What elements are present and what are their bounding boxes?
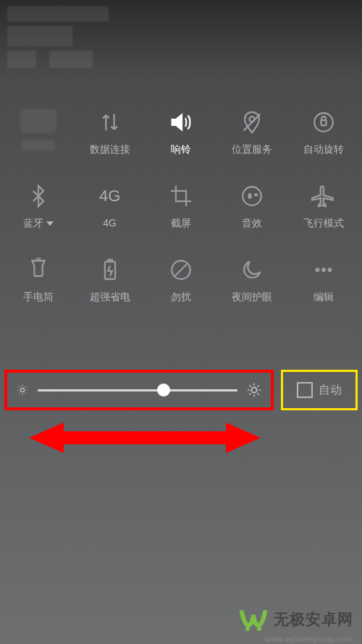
- sound-effect-icon: [238, 182, 266, 210]
- auto-label: 自动: [319, 383, 342, 398]
- tile-night-mode[interactable]: 夜间护眼: [216, 256, 287, 304]
- svg-rect-3: [321, 120, 326, 125]
- tile-label: 自动旋转: [303, 143, 344, 156]
- tile-location[interactable]: 位置服务: [216, 109, 287, 156]
- crop-icon: [167, 182, 195, 210]
- svg-point-10: [322, 268, 326, 272]
- tile-airplane[interactable]: 飞行模式: [288, 182, 359, 230]
- airplane-icon: [310, 182, 337, 210]
- tile-label: 数据连接: [90, 143, 130, 156]
- svg-line-8: [174, 264, 187, 276]
- svg-marker-14: [29, 423, 261, 453]
- bluetooth-icon: [25, 182, 52, 210]
- watermark-url: www.wjhotelgroup.com: [265, 635, 354, 643]
- tile-screenshot[interactable]: 截屏: [146, 182, 216, 230]
- tile-ring[interactable]: 响铃: [146, 109, 216, 156]
- svg-point-13: [251, 387, 256, 392]
- svg-point-2: [314, 113, 333, 132]
- tile-autorotate[interactable]: 自动旋转: [288, 109, 359, 156]
- 4g-icon: 4G: [96, 182, 124, 210]
- tile-label: 4G: [103, 217, 117, 229]
- watermark-logo-icon: [239, 605, 268, 634]
- more-dots-icon: [310, 256, 337, 284]
- tile-label: 蓝牙: [23, 217, 54, 230]
- tile-data-connection[interactable]: 数据连接: [74, 109, 145, 156]
- svg-point-16: [257, 627, 261, 631]
- tile-edit[interactable]: 编辑: [288, 256, 359, 304]
- moon-icon: [238, 256, 266, 284]
- battery-charge-icon: [96, 256, 124, 284]
- sun-small-icon: [16, 384, 29, 397]
- brightness-slider-annotated[interactable]: [4, 370, 274, 410]
- sun-large-icon: [246, 382, 262, 398]
- tile-label: 勿扰: [171, 291, 191, 304]
- svg-rect-6: [108, 260, 112, 262]
- chevron-down-icon: [46, 221, 54, 226]
- tile-flashlight[interactable]: 手电筒: [3, 256, 74, 304]
- tile-sound-effect[interactable]: 音效: [216, 182, 287, 230]
- tile-label: 位置服务: [232, 143, 272, 156]
- tile-bluetooth[interactable]: 蓝牙: [3, 182, 74, 230]
- watermark-text: 无极安卓网: [274, 609, 353, 630]
- svg-point-12: [20, 388, 24, 391]
- data-arrows-icon: [96, 109, 124, 136]
- brightness-thumb[interactable]: [157, 384, 170, 397]
- topo-background: [0, 0, 362, 644]
- tile-label: 音效: [242, 217, 262, 230]
- dnd-icon: [167, 256, 195, 284]
- tile-obscured-1[interactable]: [3, 109, 74, 156]
- svg-point-15: [245, 627, 250, 631]
- tile-label: 飞行模式: [303, 217, 344, 230]
- tile-label: 夜间护眼: [232, 291, 272, 304]
- brightness-track[interactable]: [38, 389, 237, 391]
- tile-label: 超强省电: [90, 291, 130, 304]
- rotate-lock-icon: [310, 109, 337, 136]
- annotation-double-arrow: [29, 420, 261, 456]
- svg-point-11: [328, 268, 332, 272]
- auto-checkbox[interactable]: [297, 382, 313, 398]
- tile-label: 编辑: [313, 291, 334, 304]
- location-off-icon: [238, 109, 266, 136]
- flashlight-icon: [25, 256, 52, 284]
- tile-dnd[interactable]: 勿扰: [146, 256, 216, 304]
- tile-powersave[interactable]: 超强省电: [74, 256, 145, 304]
- tile-label: 响铃: [171, 143, 191, 156]
- watermark: 无极安卓网 www.wjhotelgroup.com: [239, 605, 353, 634]
- tile-label: 手电筒: [23, 291, 54, 304]
- quick-settings-grid: 数据连接 响铃 位置服务 自动旋转 蓝牙 4G 4G 截屏: [0, 109, 362, 304]
- brightness-row: 自动: [4, 370, 358, 410]
- status-header-obscured: [7, 6, 109, 71]
- brightness-auto-annotated[interactable]: 自动: [281, 370, 358, 410]
- svg-point-9: [316, 268, 319, 272]
- volume-icon: [167, 109, 195, 136]
- tile-4g[interactable]: 4G 4G: [74, 182, 145, 230]
- tile-label: 截屏: [171, 217, 191, 230]
